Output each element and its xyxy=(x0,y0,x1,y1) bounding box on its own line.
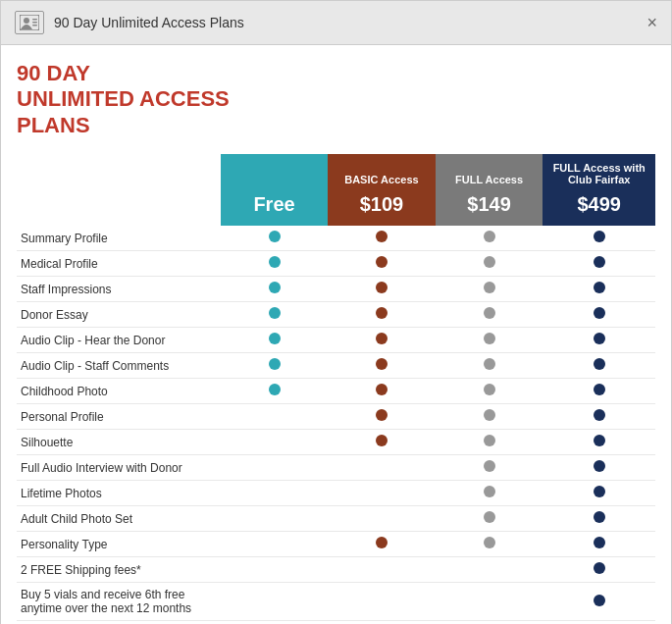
dot-basic-icon xyxy=(376,537,388,548)
feature-dot-full xyxy=(436,353,543,379)
feature-dot-basic xyxy=(328,379,436,404)
feature-dot-club xyxy=(543,506,655,532)
dot-club-icon xyxy=(594,384,605,395)
dot-full-icon xyxy=(484,435,495,446)
table-row: Full Audio Interview with Donor xyxy=(17,455,655,481)
feature-dot-basic xyxy=(328,277,436,302)
feature-dot-club xyxy=(543,302,655,328)
svg-point-1 xyxy=(24,18,29,24)
dot-full-icon xyxy=(484,486,495,497)
feature-dot-basic xyxy=(328,532,436,557)
dialog-header: 90 Day Unlimited Access Plans × xyxy=(1,1,671,45)
plan-header-free: Free xyxy=(221,154,328,226)
feature-name: Adult Child Photo Set xyxy=(17,506,221,532)
feature-dot-full xyxy=(436,557,543,583)
dot-full-icon xyxy=(484,358,495,370)
page-title: 90 DAY UNLIMITED ACCESS PLANS xyxy=(17,61,655,138)
dot-club-icon xyxy=(594,358,605,370)
feature-name: Audio Clip - Staff Comments xyxy=(17,353,221,379)
table-row: Staff Impressions xyxy=(17,277,655,302)
header-row: Free BASIC Access $109 FULL Access $149 … xyxy=(17,154,655,226)
feature-dot-club xyxy=(543,226,655,251)
feature-dot-basic xyxy=(328,328,436,353)
table-row: Adult Child Photo Set xyxy=(17,506,655,532)
feature-dot-basic xyxy=(328,430,436,455)
feature-dot-free xyxy=(221,251,328,277)
feature-dot-basic xyxy=(328,583,436,621)
svg-rect-4 xyxy=(32,25,37,26)
feature-dot-full xyxy=(436,302,543,328)
dot-club-icon xyxy=(594,333,605,344)
dot-club-icon xyxy=(594,460,605,472)
plan-header-full: FULL Access $149 xyxy=(436,154,543,226)
dot-free-icon xyxy=(269,307,281,319)
dot-full-icon xyxy=(484,460,495,472)
dot-free-icon xyxy=(269,282,281,293)
dot-basic-icon xyxy=(376,333,388,344)
table-row: Medical Profile xyxy=(17,251,655,277)
feature-name: Full Audio Interview with Donor xyxy=(17,455,221,481)
table-row: Donor Essay xyxy=(17,302,655,328)
dot-full-icon xyxy=(484,333,495,344)
feature-dot-free xyxy=(221,430,328,455)
plans-table: Free BASIC Access $109 FULL Access $149 … xyxy=(17,154,655,624)
feature-dot-free xyxy=(221,481,328,506)
table-row: Childhood Photo xyxy=(17,379,655,404)
feature-dot-club xyxy=(543,277,655,302)
dot-club-icon xyxy=(594,231,605,242)
feature-dot-free xyxy=(221,379,328,404)
feature-dot-basic xyxy=(328,557,436,583)
feature-dot-basic xyxy=(328,302,436,328)
feature-dot-club xyxy=(543,430,655,455)
feature-name: Buy 5 vials and receive 6th free anytime… xyxy=(17,583,221,621)
feature-dot-free xyxy=(221,455,328,481)
dot-club-icon xyxy=(594,511,605,523)
table-row: Personal Profile xyxy=(17,404,655,430)
dot-basic-icon xyxy=(376,256,388,268)
dot-basic-icon xyxy=(376,409,388,421)
dot-free-icon xyxy=(269,358,281,370)
feature-dot-club xyxy=(543,455,655,481)
close-button[interactable]: × xyxy=(646,14,657,31)
dot-club-icon xyxy=(594,562,605,574)
feature-dot-free xyxy=(221,532,328,557)
feature-name: Personality Type xyxy=(17,532,221,557)
header-left: 90 Day Unlimited Access Plans xyxy=(15,11,244,34)
feature-dot-free xyxy=(221,557,328,583)
avatar-icon xyxy=(15,11,44,34)
dot-club-icon xyxy=(594,282,605,293)
dot-free-icon xyxy=(269,384,281,395)
feature-dot-full xyxy=(436,506,543,532)
dot-basic-icon xyxy=(376,435,388,446)
feature-dot-full xyxy=(436,532,543,557)
table-row: 2 FREE Shipping fees* xyxy=(17,557,655,583)
dot-full-icon xyxy=(484,409,495,421)
table-row: Buy 5 vials and receive 6th free anytime… xyxy=(17,583,655,621)
dot-basic-icon xyxy=(376,384,388,395)
dot-free-icon xyxy=(269,333,281,344)
feature-dot-club xyxy=(543,353,655,379)
feature-name: Childhood Photo xyxy=(17,379,221,404)
feature-name: Staff Impressions xyxy=(17,277,221,302)
feature-dot-full xyxy=(436,328,543,353)
dot-club-icon xyxy=(594,307,605,319)
dot-basic-icon xyxy=(376,307,388,319)
feature-name: Donor Essay xyxy=(17,302,221,328)
dot-full-icon xyxy=(484,384,495,395)
features-tbody: Summary ProfileMedical ProfileStaff Impr… xyxy=(17,226,655,624)
svg-rect-3 xyxy=(32,22,37,24)
feature-dot-club xyxy=(543,328,655,353)
feature-dot-basic xyxy=(328,353,436,379)
feature-dot-free xyxy=(221,302,328,328)
feature-name: Silhouette xyxy=(17,430,221,455)
feature-name: Medical Profile xyxy=(17,251,221,277)
dot-full-icon xyxy=(484,307,495,319)
table-row: Lifetime Photos xyxy=(17,481,655,506)
dot-club-icon xyxy=(594,435,605,446)
feature-dot-free xyxy=(221,506,328,532)
feature-dot-free xyxy=(221,277,328,302)
table-row: Summary Profile xyxy=(17,226,655,251)
dot-free-icon xyxy=(269,256,281,268)
dot-full-icon xyxy=(484,511,495,523)
table-row: Audio Clip - Hear the Donor xyxy=(17,328,655,353)
